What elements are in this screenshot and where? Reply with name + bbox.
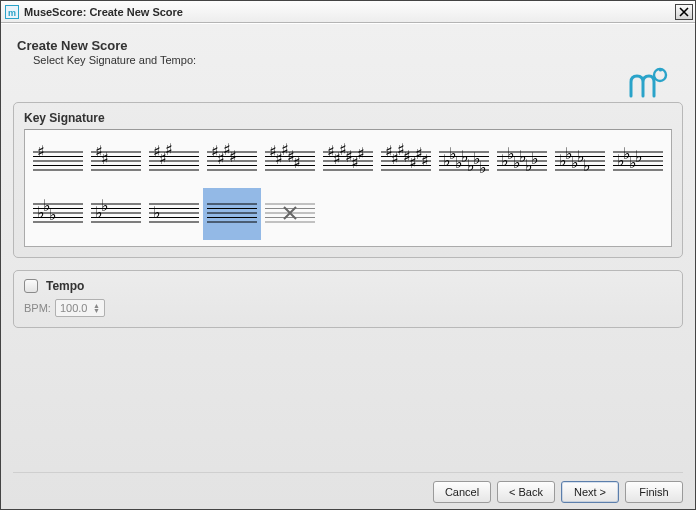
svg-text:♭: ♭ <box>101 197 109 214</box>
spinner-arrows-icon: ▲▼ <box>93 303 100 313</box>
cancel-button[interactable]: Cancel <box>433 481 491 503</box>
svg-text:♯: ♯ <box>357 145 365 162</box>
key-signature-panel: Key Signature ♯♯♯♯♯♯♯♯♯♯♯♯♯♯♯♯♯♯♯♯♯♯♯♯♯♯… <box>13 102 683 258</box>
key-signature-option[interactable]: ♯♯♯♯ <box>203 136 261 188</box>
key-signature-option[interactable] <box>203 188 261 240</box>
tempo-title: Tempo <box>46 279 84 293</box>
next-button[interactable]: Next > <box>561 481 619 503</box>
title-bar: m MuseScore: Create New Score <box>1 1 695 23</box>
bpm-value: 100.0 <box>60 302 88 314</box>
key-signature-title: Key Signature <box>24 111 672 125</box>
app-icon: m <box>5 5 19 19</box>
svg-text:♭: ♭ <box>153 204 161 221</box>
key-signature-option[interactable]: ♯ <box>29 136 87 188</box>
button-row: Cancel < Back Next > Finish <box>13 472 683 503</box>
svg-text:♯: ♯ <box>37 143 45 160</box>
window-title: MuseScore: Create New Score <box>24 6 675 18</box>
svg-text:♭: ♭ <box>583 157 591 174</box>
svg-text:♯: ♯ <box>293 154 301 171</box>
key-signature-option[interactable]: ♭♭♭♭♭♭♭ <box>435 136 493 188</box>
key-signature-option[interactable]: ♯♯♯♯♯♯ <box>319 136 377 188</box>
tempo-checkbox[interactable] <box>24 279 38 293</box>
svg-text:♯: ♯ <box>421 152 429 169</box>
key-signature-option[interactable]: ♭♭♭♭♭♭ <box>493 136 551 188</box>
svg-point-3 <box>659 68 662 71</box>
key-signature-option[interactable]: ♭♭♭ <box>29 188 87 240</box>
dialog-body: Create New Score Select Key Signature an… <box>1 23 695 509</box>
finish-button[interactable]: Finish <box>625 481 683 503</box>
close-button[interactable] <box>675 4 693 20</box>
musescore-logo <box>627 66 671 102</box>
key-signature-option[interactable]: ♭♭♭♭♭ <box>551 136 609 188</box>
key-signature-option[interactable]: ♯♯ <box>87 136 145 188</box>
svg-text:♯: ♯ <box>101 150 109 167</box>
svg-text:♭: ♭ <box>531 150 539 167</box>
bpm-label: BPM: <box>24 302 51 314</box>
page-heading: Create New Score <box>17 38 683 53</box>
svg-text:♭: ♭ <box>479 159 487 176</box>
close-icon <box>679 7 689 17</box>
key-signature-option[interactable] <box>261 188 319 240</box>
key-signature-option[interactable]: ♭ <box>145 188 203 240</box>
key-signature-option[interactable]: ♭♭♭♭ <box>609 136 667 188</box>
svg-text:♯: ♯ <box>165 141 173 158</box>
svg-text:♯: ♯ <box>229 148 237 165</box>
key-signature-option[interactable]: ♭♭ <box>87 188 145 240</box>
page-subheading: Select Key Signature and Tempo: <box>33 54 683 66</box>
key-signature-option[interactable]: ♯♯♯♯♯♯♯ <box>377 136 435 188</box>
key-signature-option[interactable]: ♯♯♯♯♯ <box>261 136 319 188</box>
tempo-panel: Tempo BPM: 100.0 ▲▼ <box>13 270 683 328</box>
bpm-spinner[interactable]: 100.0 ▲▼ <box>55 299 105 317</box>
svg-text:♭: ♭ <box>49 206 57 223</box>
svg-text:♭: ♭ <box>635 148 643 165</box>
key-signature-option[interactable]: ♯♯♯ <box>145 136 203 188</box>
svg-text:m: m <box>8 8 16 18</box>
key-signature-grid: ♯♯♯♯♯♯♯♯♯♯♯♯♯♯♯♯♯♯♯♯♯♯♯♯♯♯♯♯♭♭♭♭♭♭♭♭♭♭♭♭… <box>24 129 672 247</box>
back-button[interactable]: < Back <box>497 481 555 503</box>
